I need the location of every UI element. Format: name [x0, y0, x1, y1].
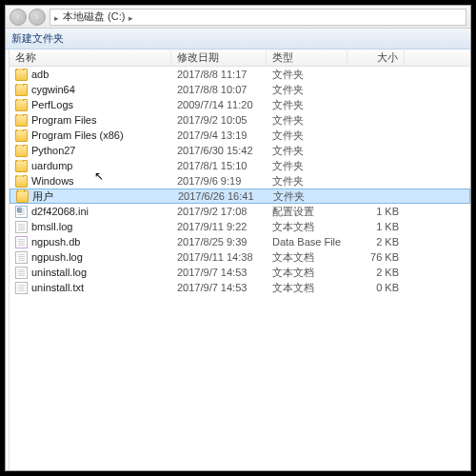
table-row[interactable]: uninstall.txt2017/9/7 14:53文本文档0 KB	[10, 280, 470, 295]
folder-icon	[15, 84, 28, 96]
table-row[interactable]: ngpush.log2017/9/11 14:38文本文档76 KB	[10, 249, 470, 265]
table-row[interactable]: Program Files (x86)2017/9/4 13:19文件夹	[10, 128, 470, 143]
col-name[interactable]: 名称	[10, 50, 171, 65]
cell-date: 2017/9/11 9:22	[171, 221, 267, 232]
cell-size: 0 KB	[347, 282, 405, 293]
folder-icon	[16, 190, 29, 203]
cell-type: Data Base File	[267, 236, 347, 248]
ini-icon	[15, 206, 28, 218]
cell-date: 2017/8/1 15:10	[171, 160, 267, 171]
table-row[interactable]: adb2017/8/8 11:17文件夹	[10, 67, 470, 82]
cell-type: 文件夹	[267, 144, 347, 158]
cell-type: 文件夹	[267, 68, 347, 82]
table-row[interactable]: uninstall.log2017/9/7 14:53文本文档2 KB	[10, 265, 470, 280]
file-name: uninstall.txt	[31, 282, 84, 293]
file-icon	[15, 267, 28, 279]
rows-container: adb2017/8/8 11:17文件夹cygwin642017/8/8 10:…	[10, 67, 470, 295]
cell-date: 2017/9/7 14:53	[171, 267, 267, 278]
cell-type: 文本文档	[267, 266, 347, 280]
col-size[interactable]: 大小	[347, 50, 405, 65]
cell-date: 2017/9/2 10:05	[171, 114, 267, 126]
cell-name: adb	[10, 69, 171, 81]
column-header: 名称 修改日期 类型 大小	[10, 50, 470, 67]
table-row[interactable]: d2f42068.ini2017/9/2 17:08配置设置1 KB	[10, 204, 470, 219]
cell-date: 2017/8/8 11:17	[171, 69, 267, 80]
file-name: Program Files	[31, 114, 96, 126]
cell-name: uardump	[10, 160, 171, 172]
file-name: ngpush.db	[31, 236, 80, 248]
table-row[interactable]: bmsll.log2017/9/11 9:22文本文档1 KB	[10, 219, 470, 234]
table-row[interactable]: uardump2017/8/1 15:10文件夹	[10, 158, 470, 173]
file-name: cygwin64	[31, 84, 75, 95]
table-row[interactable]: Windows2017/9/6 9:19文件夹	[10, 173, 470, 188]
cell-date: 2009/7/14 11:20	[171, 99, 267, 110]
cell-size: 76 KB	[347, 251, 405, 263]
cell-type: 文本文档	[267, 250, 347, 265]
cell-type: 配置设置	[267, 205, 347, 219]
table-row[interactable]: cygwin642017/8/8 10:07文件夹	[10, 82, 470, 97]
forward-button[interactable]: ›	[29, 9, 46, 26]
folder-icon	[15, 160, 28, 172]
new-folder-button[interactable]: 新建文件夹	[11, 31, 64, 46]
cell-date: 2017/6/26 16:41	[172, 190, 268, 202]
file-list[interactable]: 名称 修改日期 类型 大小 adb2017/8/8 11:17文件夹cygwin…	[10, 50, 470, 470]
cell-name: Program Files	[10, 114, 171, 127]
file-name: Windows	[31, 175, 74, 187]
file-name: PerfLogs	[31, 99, 73, 110]
content-area: 名称 修改日期 类型 大小 adb2017/8/8 11:17文件夹cygwin…	[6, 50, 470, 470]
file-icon	[15, 221, 28, 233]
back-button[interactable]: ‹	[10, 9, 27, 26]
breadcrumb[interactable]: 本地磁盘 (C:)	[50, 9, 466, 26]
cell-type: 文件夹	[267, 159, 347, 173]
cell-name: bmsll.log	[10, 221, 171, 233]
cell-name: d2f42068.ini	[10, 206, 171, 218]
arrow-right-icon: ›	[35, 11, 38, 22]
cell-date: 2017/6/30 15:42	[171, 145, 267, 156]
cell-name: Program Files (x86)	[10, 129, 171, 142]
col-type[interactable]: 类型	[267, 50, 347, 65]
folder-icon	[15, 145, 28, 157]
table-row[interactable]: PerfLogs2009/7/14 11:20文件夹	[10, 97, 470, 112]
toolbar: 新建文件夹	[6, 29, 470, 50]
cell-type: 文本文档	[267, 281, 347, 295]
file-name: 用户	[32, 189, 53, 204]
cell-size: 2 KB	[347, 236, 405, 248]
cell-size: 1 KB	[347, 221, 405, 232]
table-row[interactable]: Program Files2017/9/2 10:05文件夹	[10, 112, 470, 128]
table-row[interactable]: ngpush.db2017/8/25 9:39Data Base File2 K…	[10, 234, 470, 249]
breadcrumb-drive[interactable]: 本地磁盘 (C:)	[63, 10, 125, 24]
folder-icon	[15, 99, 28, 111]
cell-name: PerfLogs	[10, 99, 171, 111]
file-name: d2f42068.ini	[31, 206, 89, 217]
folder-icon	[15, 114, 28, 127]
cell-type: 文件夹	[267, 113, 347, 128]
cell-name: Python27	[10, 145, 171, 157]
cell-name: 用户	[10, 189, 172, 204]
cell-type: 文本文档	[267, 220, 347, 234]
cell-date: 2017/9/6 9:19	[171, 175, 267, 187]
cell-type: 文件夹	[267, 129, 347, 143]
cell-name: ngpush.db	[10, 236, 171, 248]
cell-date: 2017/9/2 17:08	[171, 206, 267, 217]
cell-size: 1 KB	[347, 206, 405, 217]
col-date[interactable]: 修改日期	[171, 50, 267, 65]
file-name: adb	[31, 69, 49, 80]
folder-icon	[15, 69, 28, 81]
cell-name: cygwin64	[10, 84, 171, 96]
cell-size: 2 KB	[347, 267, 405, 278]
cell-date: 2017/8/8 10:07	[171, 84, 267, 95]
chevron-right-icon	[129, 11, 133, 23]
cell-type: 文件夹	[268, 189, 348, 204]
chevron-right-icon	[54, 11, 59, 23]
db-icon	[15, 236, 28, 248]
cell-date: 2017/8/25 9:39	[171, 236, 267, 248]
cell-name: ngpush.log	[10, 251, 171, 264]
file-icon	[15, 251, 28, 264]
file-name: bmsll.log	[31, 221, 72, 232]
arrow-left-icon: ‹	[16, 11, 19, 22]
table-row[interactable]: 用户2017/6/26 16:41文件夹	[10, 188, 470, 204]
table-row[interactable]: Python272017/6/30 15:42文件夹	[10, 143, 470, 158]
cell-type: 文件夹	[267, 83, 347, 97]
cell-type: 文件夹	[267, 98, 347, 112]
file-name: uardump	[31, 160, 72, 171]
